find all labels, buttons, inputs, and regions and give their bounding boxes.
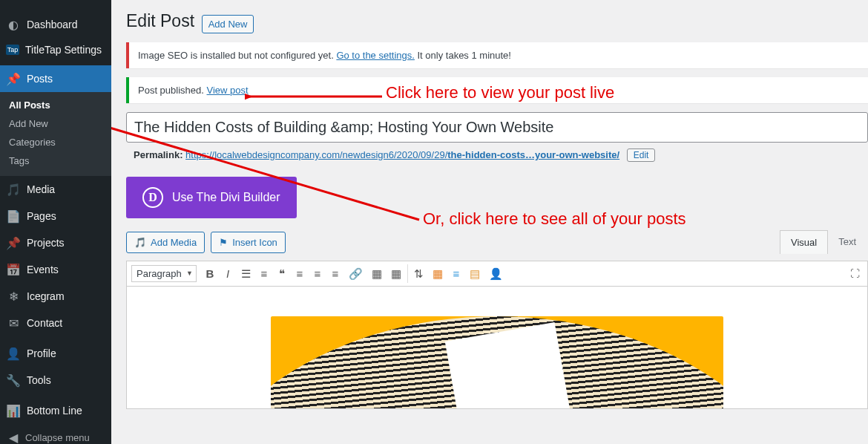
toolbar-toggle-button[interactable]: ▦ [387,263,406,285]
add-media-button[interactable]: 🎵Add Media [126,232,205,253]
format-select[interactable]: Paragraph [131,265,197,282]
permalink-row: Permalink: https://localwebdesigncompany… [134,148,868,162]
admin-sidebar: ◐Dashboard TapTitleTap Settings 📌Posts A… [0,0,111,444]
sidebar-subitem-categories[interactable]: Categories [0,133,111,151]
media-icon: 🎵 [134,237,146,248]
sidebar-item-tools[interactable]: 🔧Tools [0,367,111,394]
sidebar-label: Profile [27,347,56,359]
notice-settings-link[interactable]: Go to the settings. [336,50,415,61]
flag-icon: ⚑ [219,237,228,248]
align-right-button[interactable]: ≡ [326,263,344,284]
italic-button[interactable]: I [219,263,237,284]
editor-content[interactable] [126,287,868,409]
sidebar-label: Pages [27,210,56,222]
edit-permalink-button[interactable]: Edit [627,148,656,162]
sidebar-label: Events [27,264,59,275]
pages-icon: 📄 [6,209,21,223]
main-content: Edit Post Add New Image SEO is installed… [111,0,868,444]
mail-icon: ✉ [6,316,21,330]
sidebar-item-icegram[interactable]: ❄Icegram [0,283,111,310]
divi-icon: D [142,187,163,208]
align-center-button[interactable]: ≡ [309,263,326,284]
sidebar-item-projects[interactable]: 📌Projects [0,229,111,256]
media-icon: 🎵 [6,182,21,197]
add-new-button[interactable]: Add New [202,15,254,33]
notice-text: Post published. [138,85,207,96]
sidebar-label: Media [27,183,55,195]
quote-button[interactable]: ❝ [273,263,291,285]
sidebar-label: Icegram [27,290,65,302]
projects-icon: 📌 [6,235,21,250]
sidebar-subitem-add-new[interactable]: Add New [0,114,111,133]
view-post-link[interactable]: View post [207,85,249,96]
notice-published: Post published. View post [126,77,868,103]
sidebar-item-bottom-line[interactable]: 📊Bottom Line [0,397,111,424]
fullscreen-button[interactable]: ⛶ [843,264,867,284]
divi-label: Use The Divi Builder [172,191,280,204]
bullet-list-button[interactable]: ☰ [237,263,255,285]
page-title: Edit Post [126,11,194,31]
link-button[interactable]: 🔗 [344,263,367,285]
tab-text[interactable]: Text [828,230,867,254]
insert-icon-button[interactable]: ⚑Insert Icon [211,232,286,253]
insert-more-button[interactable]: ▦ [367,263,387,285]
color-button-1[interactable]: ▦ [428,263,447,285]
sidebar-label: TitleTap Settings [25,44,102,56]
post-featured-image [271,316,723,409]
sidebar-item-profile[interactable]: 👤Profile [0,340,111,367]
collapse-menu[interactable]: ◀Collapse menu [0,424,111,444]
tab-visual[interactable]: Visual [780,230,828,254]
sidebar-subitem-tags[interactable]: Tags [0,151,111,170]
wrench-icon: 🔧 [6,373,21,388]
sidebar-label: Contact [27,317,62,329]
dashboard-icon: ◐ [6,17,21,32]
color-button-2[interactable]: ≡ [447,263,465,284]
user-button[interactable]: 👤 [484,263,507,285]
sidebar-subitem-all-posts[interactable]: All Posts [0,96,111,114]
sidebar-label: Tools [27,374,51,386]
sidebar-item-dashboard[interactable]: ◐Dashboard [0,11,111,38]
sidebar-item-media[interactable]: 🎵Media [0,176,111,203]
numbered-list-button[interactable]: ≡ [255,263,273,284]
notice-imageseo: Image SEO is installed but not configure… [126,42,868,68]
sidebar-label: Posts [27,73,53,85]
divi-builder-button[interactable]: D Use The Divi Builder [126,177,297,218]
user-icon: 👤 [6,346,21,361]
notice-text: It only takes 1 minute! [415,50,511,61]
sidebar-label: Projects [27,237,65,249]
chart-icon: 📊 [6,403,21,418]
align-left-button[interactable]: ≡ [291,263,309,284]
color-button-3[interactable]: ▤ [465,263,484,285]
calendar-icon: 📅 [6,262,21,277]
sidebar-item-events[interactable]: 📅Events [0,256,111,283]
bold-button[interactable]: B [201,263,219,284]
collapse-icon: ◀ [6,430,21,444]
editor-toolbar: Paragraph B I ☰ ≡ ❝ ≡ ≡ ≡ 🔗 ▦ ▦ ⇅ ▦ ≡ ▤ … [126,261,868,287]
icegram-icon: ❄ [6,289,21,304]
sidebar-item-posts[interactable]: 📌Posts [0,65,111,92]
collapse-label: Collapse menu [25,432,90,443]
permalink-label: Permalink: [134,149,183,160]
sidebar-label: Bottom Line [27,405,82,417]
sidebar-item-pages[interactable]: 📄Pages [0,203,111,229]
titletap-icon: Tap [6,45,19,55]
permalink-link[interactable]: https://localwebdesigncompany.com/newdes… [185,149,619,160]
post-title-input[interactable] [126,112,868,143]
pin-icon: 📌 [6,71,21,86]
annotation-2: Or, click here to see all of your posts [423,209,686,229]
sidebar-item-contact[interactable]: ✉Contact [0,310,111,336]
shortcode-button[interactable]: ⇅ [410,263,428,285]
sidebar-label: Dashboard [27,19,78,30]
posts-submenu: All Posts Add New Categories Tags [0,92,111,176]
sidebar-item-titletap[interactable]: TapTitleTap Settings [0,38,111,62]
notice-text: Image SEO is installed but not configure… [138,50,336,61]
